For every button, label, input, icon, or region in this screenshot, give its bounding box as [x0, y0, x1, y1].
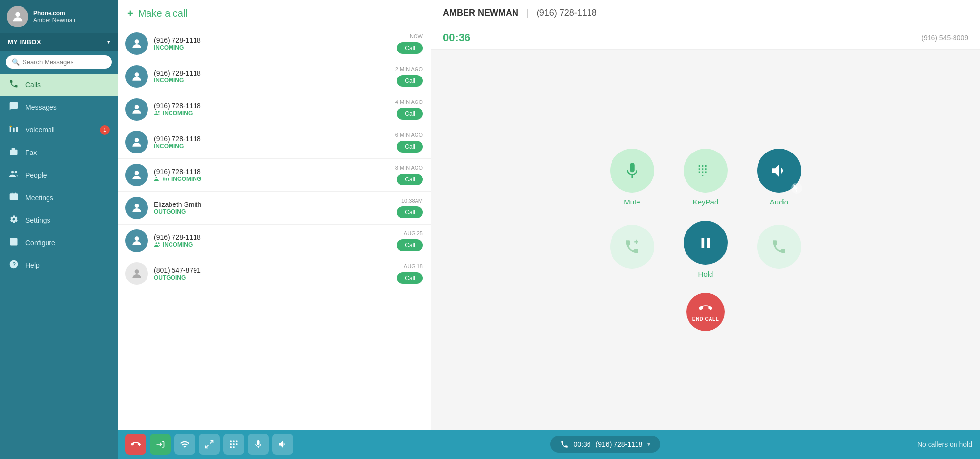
search-input[interactable]: [23, 58, 106, 66]
sidebar-item-fax[interactable]: Fax: [0, 141, 118, 164]
call-number: (916) 728-1118: [154, 36, 391, 44]
inbox-selector[interactable]: MY INBOX ▾: [0, 33, 118, 51]
call-info: (916) 728-1118 INCOMING: [154, 69, 390, 84]
svg-point-10: [15, 171, 17, 173]
audio-button[interactable]: Audio: [757, 149, 801, 206]
hold-label: Hold: [698, 270, 713, 278]
call-button[interactable]: Call: [397, 141, 423, 153]
svg-rect-16: [11, 240, 16, 241]
sidebar-item-label-people: People: [25, 171, 47, 179]
call-number: (916) 728-1118: [154, 135, 390, 143]
svg-point-4: [10, 126, 12, 127]
call-direction: INCOMING: [154, 110, 390, 117]
add-call-button[interactable]: [610, 225, 654, 274]
sidebar-item-people[interactable]: People: [0, 164, 118, 186]
call-avatar: [125, 164, 148, 186]
bottom-center: 00:36 (916) 728-1118 ▾: [297, 436, 913, 453]
sidebar-item-messages[interactable]: Messages: [0, 96, 118, 119]
svg-rect-17: [11, 241, 16, 242]
sidebar-item-configure[interactable]: Configure: [0, 231, 118, 254]
svg-point-27: [135, 171, 139, 175]
active-call-header: AMBER NEWMAN | (916) 728-1118: [431, 0, 980, 26]
controls-row-2: Hold: [610, 221, 801, 278]
hold-button[interactable]: Hold: [684, 221, 728, 278]
expand-button[interactable]: [199, 434, 220, 455]
call-number: Elizabeth Smith: [154, 201, 391, 208]
keypad-label: KeyPad: [693, 198, 719, 206]
call-button[interactable]: Call: [397, 174, 423, 185]
call-button[interactable]: Call: [397, 75, 423, 87]
phone-icon: [8, 79, 20, 91]
svg-point-35: [158, 242, 160, 244]
sidebar: Phone.com Amber Newman MY INBOX ▾ 🔍: [0, 0, 118, 459]
cursor-indicator: [791, 183, 802, 194]
hold-circle: [684, 221, 728, 265]
call-info: (916) 728-1118 INCOMING: [154, 102, 390, 117]
keypad-button[interactable]: KeyPad: [684, 149, 728, 206]
call-number: (801) 547-8791: [154, 266, 391, 274]
call-direction: INCOMING: [154, 241, 391, 248]
sidebar-item-label-meetings: Meetings: [25, 194, 53, 202]
mute-button[interactable]: Mute: [610, 149, 654, 206]
call-time: 6 MIN AGO Call: [395, 132, 423, 153]
call-button[interactable]: Call: [397, 42, 423, 54]
call-button[interactable]: Call: [397, 108, 423, 120]
sidebar-item-meetings[interactable]: Meetings: [0, 186, 118, 209]
sidebar-item-help[interactable]: ? Help: [0, 254, 118, 277]
active-call-indicator[interactable]: 00:36 (916) 728-1118 ▾: [550, 436, 661, 453]
audio-circle: [757, 149, 801, 193]
svg-rect-41: [236, 441, 237, 442]
sidebar-nav: Calls Messages Voicemail 1: [0, 74, 118, 459]
controls-row-1: Mute KeyPad: [610, 149, 801, 206]
call-time: 10:38AM Call: [397, 198, 423, 218]
mic-button[interactable]: [248, 434, 269, 455]
sidebar-item-calls[interactable]: Calls: [0, 74, 118, 96]
main-content: + Make a call (916) 728-1118 INCOMING: [118, 0, 980, 459]
call-button[interactable]: Call: [397, 239, 423, 251]
svg-point-26: [135, 138, 139, 142]
sidebar-item-label-configure: Configure: [25, 239, 55, 247]
svg-point-0: [15, 12, 20, 17]
keypad-bottom-button[interactable]: [223, 434, 244, 455]
call-avatar: [125, 65, 148, 88]
configure-icon: [8, 237, 20, 249]
hangup-button[interactable]: [125, 434, 146, 455]
call-avatar: [125, 197, 148, 219]
audio-label: Audio: [770, 198, 788, 206]
call-number: (916) 728-1118: [154, 233, 391, 241]
svg-rect-44: [236, 443, 237, 445]
user-name: Amber Newman: [33, 17, 75, 24]
call-info: (916) 728-1118 INCOMING: [154, 168, 390, 182]
svg-rect-3: [16, 127, 18, 132]
sidebar-item-label-messages: Messages: [25, 103, 57, 111]
svg-point-34: [156, 242, 158, 244]
svg-rect-30: [166, 178, 167, 180]
transfer-button[interactable]: [757, 225, 801, 274]
call-timer: 00:36: [443, 31, 470, 44]
add-circle: [610, 225, 654, 269]
call-number: (916) 728-1118: [154, 102, 390, 110]
call-item: Elizabeth Smith OUTGOING 10:38AM Call: [118, 192, 431, 225]
time-label: 2 MIN AGO: [395, 66, 423, 72]
time-label: AUG 25: [404, 230, 423, 236]
call-button[interactable]: Call: [397, 272, 423, 284]
call-time: AUG 25 Call: [397, 230, 423, 251]
call-button[interactable]: Call: [397, 206, 423, 218]
transfer-out-button[interactable]: [150, 434, 171, 455]
svg-point-9: [11, 171, 14, 173]
separator: |: [526, 8, 529, 18]
sidebar-item-voicemail[interactable]: Voicemail 1: [0, 119, 118, 141]
sidebar-item-settings[interactable]: Settings: [0, 209, 118, 231]
search-icon: 🔍: [12, 58, 20, 66]
svg-text:?: ?: [13, 261, 16, 267]
search-box[interactable]: 🔍: [6, 55, 112, 69]
voicemail-badge: 1: [100, 125, 110, 135]
end-call-button[interactable]: END CALL: [686, 293, 725, 331]
wifi-button[interactable]: [174, 434, 195, 455]
settings-icon: [8, 214, 20, 226]
svg-point-25: [158, 111, 160, 113]
speaker-button[interactable]: [272, 434, 293, 455]
svg-rect-45: [230, 446, 232, 448]
svg-point-33: [135, 236, 139, 241]
call-item: (916) 728-1118 INCOMING AUG 25 Call: [118, 225, 431, 257]
